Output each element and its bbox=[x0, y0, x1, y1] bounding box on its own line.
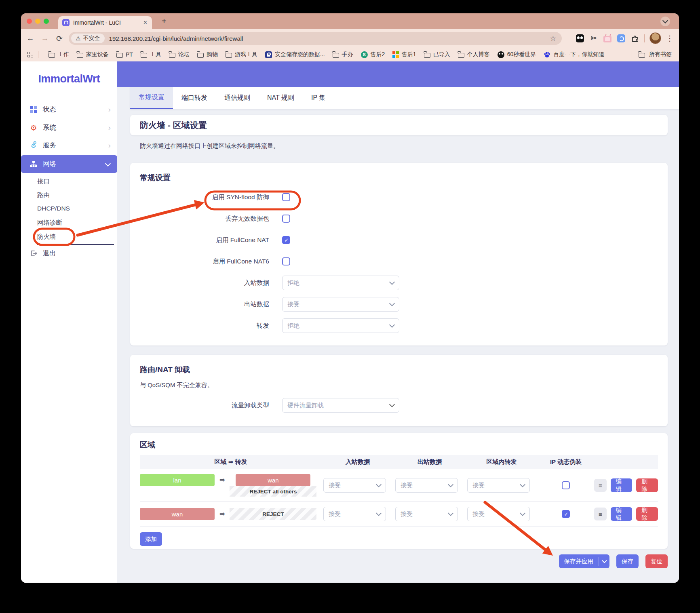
chevron-right-icon: › bbox=[108, 123, 111, 132]
delete-button[interactable]: 删除 bbox=[636, 507, 658, 521]
bookmark-item[interactable]: 安全储存您的数据... bbox=[265, 51, 325, 58]
panda-icon bbox=[498, 51, 504, 58]
inbound-select[interactable]: 接受 bbox=[323, 507, 386, 521]
bookmark-item[interactable]: 个人博客 bbox=[458, 51, 490, 58]
input-policy-select[interactable]: 拒绝 bbox=[282, 276, 399, 290]
folder-icon bbox=[77, 53, 83, 58]
field-label: 流量卸载类型 bbox=[140, 401, 269, 410]
extensions-puzzle-icon[interactable] bbox=[630, 34, 639, 43]
intra-zone-select[interactable]: 接受 bbox=[467, 507, 530, 521]
close-tab-icon[interactable]: × bbox=[143, 19, 148, 26]
footer-actions: 保存并应用 保存 复位 bbox=[130, 554, 668, 568]
masquerade-checkbox[interactable] bbox=[562, 481, 570, 489]
adblock-extension-icon[interactable] bbox=[576, 34, 584, 43]
new-tab-button[interactable]: + bbox=[162, 17, 167, 26]
url-text[interactable]: 192.168.200.21/cgi-bin/luci/admin/networ… bbox=[109, 35, 243, 42]
address-bar[interactable]: ⚠ 不安全 192.168.200.21/cgi-bin/luci/admin/… bbox=[69, 32, 562, 45]
bookmark-item[interactable]: 工作 bbox=[48, 51, 69, 58]
bookmark-item[interactable]: 百度一下，你就知道 bbox=[544, 51, 604, 58]
folder-icon bbox=[226, 53, 232, 58]
outbound-select[interactable]: 接受 bbox=[395, 507, 458, 521]
folder-icon bbox=[169, 53, 175, 58]
browser-tab[interactable]: ImmortalWrt - LuCI × bbox=[58, 16, 152, 29]
browser-toolbar: ← → ⟳ ⚠ 不安全 192.168.200.21/cgi-bin/luci/… bbox=[21, 29, 679, 48]
sidebar-subitem-diagnostics[interactable]: 网络诊断 bbox=[21, 216, 117, 230]
window-controls bbox=[27, 19, 49, 24]
offload-type-combo[interactable]: 硬件流量卸载 bbox=[282, 398, 399, 413]
minimize-window-button[interactable] bbox=[35, 19, 40, 24]
bookmark-item[interactable]: 60秒看世界 bbox=[498, 51, 536, 58]
sidebar-subitem-interfaces[interactable]: 接口 bbox=[21, 175, 117, 188]
sidebar-subitem-dhcp-dns[interactable]: DHCP/DNS bbox=[21, 202, 117, 215]
output-policy-select[interactable]: 接受 bbox=[282, 297, 399, 312]
apps-grid-icon[interactable] bbox=[27, 52, 33, 57]
chevron-down-icon bbox=[448, 482, 453, 487]
bookmark-item[interactable]: 已导入 bbox=[424, 51, 450, 58]
drag-handle[interactable]: ≡ bbox=[594, 508, 607, 520]
drop-invalid-checkbox[interactable] bbox=[282, 215, 290, 223]
reset-button[interactable]: 复位 bbox=[645, 554, 668, 568]
reload-button[interactable]: ⟳ bbox=[54, 34, 65, 43]
security-chip[interactable]: ⚠ 不安全 bbox=[71, 34, 105, 43]
sidebar-subitem-routes[interactable]: 路由 bbox=[21, 188, 117, 202]
sidebar-item-system[interactable]: ⚙ 系统 › bbox=[21, 119, 117, 137]
fullcone-nat-checkbox[interactable] bbox=[282, 236, 290, 244]
chevron-down-icon bbox=[520, 482, 525, 487]
baidu-paw-icon bbox=[544, 51, 550, 58]
tab-general-settings[interactable]: 常规设置 bbox=[130, 87, 173, 109]
save-apply-button[interactable]: 保存并应用 bbox=[559, 554, 610, 568]
bookmark-item[interactable]: PT bbox=[116, 51, 133, 58]
syn-flood-checkbox[interactable] bbox=[282, 193, 290, 201]
sidebar-subitem-firewall[interactable]: 防火墙 bbox=[21, 230, 117, 244]
inbound-select[interactable]: 接受 bbox=[323, 478, 386, 493]
drag-handle[interactable]: ≡ bbox=[594, 479, 607, 492]
bookmark-item[interactable]: 手办 bbox=[333, 51, 353, 58]
close-window-button[interactable] bbox=[27, 19, 32, 24]
sidebar-item-logout[interactable]: 退出 bbox=[21, 245, 117, 261]
all-bookmarks[interactable]: 所有书签 bbox=[632, 51, 679, 58]
tab-nat-rules[interactable]: NAT 规则 bbox=[259, 87, 303, 109]
tab-traffic-rules[interactable]: 通信规则 bbox=[216, 87, 259, 109]
bookmark-item[interactable]: 售后1 bbox=[392, 51, 416, 58]
zones-card: 区域 区域 ⇒ 转发 入站数据 出站数据 区域内转发 IP 动态伪装 lan ⇒ bbox=[130, 433, 668, 549]
folder-icon bbox=[48, 53, 55, 58]
delete-button[interactable]: 删除 bbox=[636, 478, 658, 492]
bookmark-item[interactable]: 游戏工具 bbox=[226, 51, 257, 58]
edit-button[interactable]: 编辑 bbox=[611, 478, 633, 492]
chevron-down-icon bbox=[520, 510, 525, 516]
outbound-select[interactable]: 接受 bbox=[395, 478, 458, 493]
lan-zone-badge: lan bbox=[140, 474, 215, 486]
sidebar-item-network[interactable]: 网络 bbox=[21, 155, 117, 173]
fullcone-nat6-checkbox[interactable] bbox=[282, 257, 290, 265]
bookmark-item[interactable]: 论坛 bbox=[169, 51, 190, 58]
tv-extension-icon[interactable] bbox=[603, 34, 612, 43]
masquerade-checkbox[interactable] bbox=[562, 510, 570, 518]
edit-button[interactable]: 编辑 bbox=[611, 507, 633, 521]
profile-avatar[interactable] bbox=[649, 32, 661, 44]
sidebar-item-status[interactable]: 状态 › bbox=[21, 101, 117, 118]
back-button[interactable]: ← bbox=[25, 34, 36, 43]
blue-extension-icon[interactable] bbox=[617, 34, 626, 43]
save-button[interactable]: 保存 bbox=[616, 554, 639, 568]
bookmark-item[interactable]: 购物 bbox=[197, 51, 218, 58]
screenshot-canvas: { "browser": { "tab_title": "ImmortalWrt… bbox=[0, 0, 700, 613]
add-zone-button[interactable]: 添加 bbox=[140, 532, 162, 546]
browser-menu-icon[interactable]: ⋮ bbox=[666, 34, 673, 43]
sidebar-item-services[interactable]: ⚙ 服务 › bbox=[21, 137, 117, 154]
forward-policy-select[interactable]: 拒绝 bbox=[282, 318, 399, 333]
field-label: 启用 SYN-flood 防御 bbox=[140, 193, 269, 202]
general-settings-card: 常规设置 启用 SYN-flood 防御 丢弃无效数据包 启用 FullCone… bbox=[130, 163, 668, 345]
maximize-window-button[interactable] bbox=[44, 19, 49, 24]
intra-zone-select[interactable]: 接受 bbox=[467, 478, 530, 493]
bookmark-star-icon[interactable]: ☆ bbox=[550, 34, 559, 43]
bookmark-item[interactable]: S售后2 bbox=[361, 51, 385, 58]
bookmark-item[interactable]: 家里设备 bbox=[77, 51, 109, 58]
tab-ip-sets[interactable]: IP 集 bbox=[303, 87, 334, 109]
tab-search-button[interactable] bbox=[660, 17, 670, 26]
save-apply-dropdown[interactable] bbox=[599, 560, 609, 562]
bookmark-item[interactable]: 工具 bbox=[141, 51, 161, 58]
tab-port-forwards[interactable]: 端口转发 bbox=[173, 87, 216, 109]
reject-note: REJECT all others bbox=[230, 486, 316, 497]
scissors-extension-icon[interactable]: ✂ bbox=[589, 34, 598, 43]
section-title: 区域 bbox=[140, 440, 658, 450]
